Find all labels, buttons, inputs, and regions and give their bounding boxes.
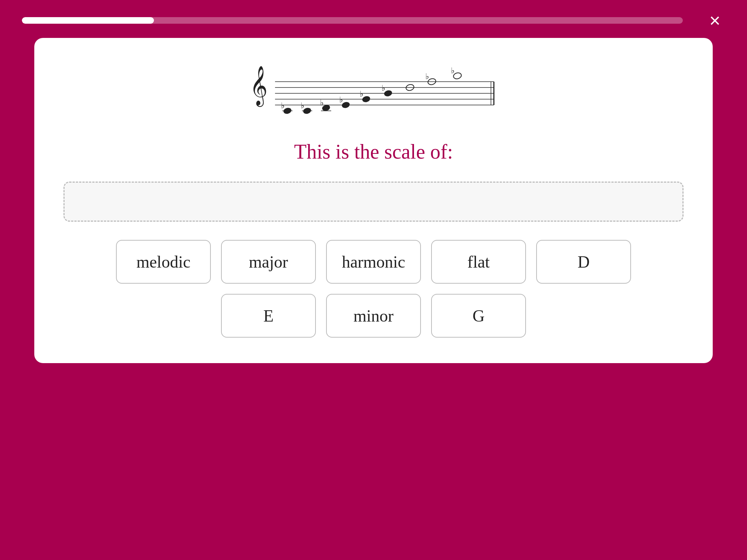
tile-melodic[interactable]: melodic (116, 240, 211, 284)
progress-bar-fill (22, 17, 154, 24)
tile-D[interactable]: D (536, 240, 631, 284)
tile-G[interactable]: G (431, 294, 526, 338)
tile-harmonic[interactable]: harmonic (326, 240, 421, 284)
main-card: 𝄞 ♭ ♭ ♭ ♭ ♭ ♭ (34, 38, 713, 363)
notation-area: 𝄞 ♭ ♭ ♭ ♭ ♭ ♭ (63, 60, 684, 125)
svg-text:♭: ♭ (425, 72, 429, 81)
question-text: This is the scale of: (294, 140, 453, 163)
tiles-row-2: E minor G (221, 294, 526, 338)
svg-text:♭: ♭ (320, 98, 324, 107)
svg-text:♭: ♭ (301, 101, 304, 110)
top-bar: × (0, 0, 747, 38)
tile-E[interactable]: E (221, 294, 316, 338)
staff-svg: 𝄞 ♭ ♭ ♭ ♭ ♭ ♭ (246, 60, 501, 125)
svg-text:♭: ♭ (382, 83, 385, 93)
svg-text:♭: ♭ (339, 95, 343, 104)
svg-text:𝄞: 𝄞 (250, 66, 268, 107)
tile-minor[interactable]: minor (326, 294, 421, 338)
svg-text:♭: ♭ (281, 101, 285, 110)
tile-flat[interactable]: flat (431, 240, 526, 284)
progress-bar-container (22, 17, 683, 24)
tiles-row-1: melodic major harmonic flat D (116, 240, 631, 284)
svg-text:♭: ♭ (451, 66, 454, 75)
tiles-grid: melodic major harmonic flat D E minor G (63, 240, 684, 338)
close-button[interactable]: × (705, 10, 725, 31)
drop-zone[interactable] (63, 182, 684, 222)
tile-major[interactable]: major (221, 240, 316, 284)
svg-text:♭: ♭ (360, 89, 363, 98)
